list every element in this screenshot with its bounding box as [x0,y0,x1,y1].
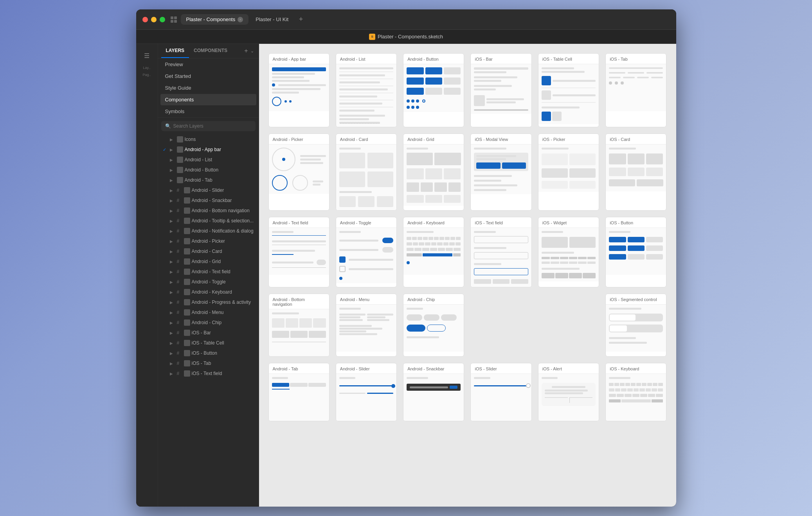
layer-item-list[interactable]: ▶ Android - List [158,155,259,165]
component-card-ios-modal[interactable]: iOS - Modal View [470,134,531,211]
close-button[interactable] [142,17,148,22]
component-card-ios-table[interactable]: iOS - Table Cell [538,53,599,127]
component-card-android-tab[interactable]: Android - Tab [268,363,329,421]
layer-item-ios-button[interactable]: ▶ # iOS - Button [158,348,259,358]
layer-item-toggle[interactable]: ▶ # Android - Toggle [158,277,259,287]
hamburger-menu-button[interactable]: ☰ [140,49,154,63]
layer-page-icon-tab [177,177,183,183]
tab-add-button[interactable]: + [295,14,306,25]
layer-page-icon-appbar [177,146,183,153]
window-title: S Plaster - Components.sketch [369,34,443,40]
tab-components[interactable]: Plaster - Components × [181,14,249,25]
layer-item-button[interactable]: ▶ Android - Button [158,165,259,175]
sidebar-add-button[interactable]: + ⌄ [243,44,255,58]
card-title-android-picker: Android - Picker [269,134,329,144]
tab-components-panel[interactable]: COMPONENTS [189,44,232,58]
component-card-android-toggle[interactable]: Android - Toggle [336,217,397,287]
layer-label-keyboard: Android - Keyboard [192,289,232,295]
card-preview-android-chip [403,305,464,352]
component-card-ios-bar[interactable]: iOS - Bar [470,53,531,127]
card-title-ios-slider: iOS - Slider [471,363,531,374]
icon-sidebar: ☰ Lay.. Pag.. [136,44,158,507]
component-card-ios-slider[interactable]: iOS - Slider [470,363,531,421]
card-preview-android-keyboard [403,228,464,275]
layer-item-textfield[interactable]: ▶ # Android - Text field [158,267,259,277]
component-card-android-chip[interactable]: Android - Chip [403,294,464,357]
layer-item-ios-table[interactable]: ▶ # iOS - Table Cell [158,338,259,348]
component-card-ios-widget[interactable]: iOS - Widget [538,217,599,287]
layer-item-tab[interactable]: ▶ Android - Tab [158,175,259,185]
nav-components[interactable]: Components [160,94,256,105]
card-title-ios-alert: iOS - Alert [538,363,599,374]
nav-symbols[interactable]: Symbols [160,106,256,117]
layer-item-keyboard[interactable]: ▶ # Android - Keyboard [158,287,259,297]
layer-item-ios-tab[interactable]: ▶ # iOS - Tab [158,358,259,368]
pages-icon-label: Pag.. [142,73,151,77]
card-title-ios-segmented: iOS - Segmented control [606,294,666,305]
layer-label-chip: Android - Chip [192,320,222,325]
layer-item-picker[interactable]: ▶ # Android - Picker [158,236,259,246]
layer-item-notification[interactable]: ▶ # Android - Notification & dialog [158,226,259,236]
empty-cell-r4c4 [470,294,531,357]
card-title-ios-keyboard: iOS - Keyboard [606,363,666,374]
canvas-area[interactable]: Android - App bar [259,44,676,507]
nav-preview-label: Preview [165,61,183,67]
layer-item-card[interactable]: ▶ # Android - Card [158,246,259,256]
component-card-ios-picker[interactable]: iOS - Picker [538,134,599,211]
component-card-ios-tab[interactable]: iOS - Tab [605,53,666,127]
card-title-android-toggle: Android - Toggle [336,217,396,228]
tab-ui-kit[interactable]: Plaster - UI Kit [250,14,294,25]
component-card-android-snackbar[interactable]: Android - Snackbar [403,363,464,421]
tab-close-components[interactable]: × [238,17,243,22]
component-card-android-menu[interactable]: Android - Menu [336,294,397,357]
component-card-ios-button[interactable]: iOS - Button [605,217,666,287]
component-card-android-list[interactable]: Android - List [336,53,397,127]
tab-bar: Plaster - Components × Plaster - UI Kit … [181,14,670,25]
component-card-android-keyboard[interactable]: Android - Keyboard [403,217,464,287]
component-card-android-bottom-nav[interactable]: Android - Bottom navigation [268,294,329,357]
layer-item-tooltip[interactable]: ▶ # Android - Tooltip & selection... [158,216,259,226]
card-title-android-grid: Android - Grid [403,134,464,144]
card-preview-ios-tab [606,64,666,111]
layer-item-icons[interactable]: ▶ Icons [158,134,259,144]
empty-cell-r4c5 [538,294,599,357]
component-card-ios-card[interactable]: iOS - Card [605,134,666,211]
component-card-android-button[interactable]: Android - Button [403,53,464,127]
layer-item-bottom-nav[interactable]: ▶ # Android - Bottom navigation [158,206,259,216]
search-input[interactable] [173,123,252,129]
nav-symbols-label: Symbols [165,108,185,114]
layer-item-snackbar[interactable]: ▶ # Android - Snackbar [158,195,259,206]
layer-label-ios-bar: iOS - Bar [192,330,211,336]
component-card-android-picker[interactable]: Android - Picker [268,134,329,211]
minimize-button[interactable] [151,17,157,22]
layer-item-ios-textfield[interactable]: ▶ # iOS - Text field [158,368,259,379]
layer-item-chip[interactable]: ▶ # Android - Chip [158,318,259,328]
layer-label-ios-textfield: iOS - Text field [192,371,222,376]
tab-layers[interactable]: LAYERS [161,44,189,58]
card-preview-android-grid [403,144,464,206]
component-card-ios-segmented[interactable]: iOS - Segmented control [605,294,666,357]
layer-item-grid[interactable]: ▶ # Android - Grid [158,256,259,267]
component-card-android-textfield[interactable]: Android - Text field [268,217,329,287]
card-title-android-button: Android - Button [403,54,464,64]
layer-item-slider[interactable]: ▶ # Android - Slider [158,185,259,195]
layer-item-ios-bar[interactable]: ▶ # iOS - Bar [158,328,259,338]
component-card-ios-alert[interactable]: iOS - Alert [538,363,599,421]
card-preview-ios-bar [471,64,531,114]
nav-style-guide[interactable]: Style Guide [160,82,256,94]
nav-preview[interactable]: Preview [160,59,256,70]
component-card-ios-textfield[interactable]: iOS - Text field [470,217,531,287]
component-card-android-appbar[interactable]: Android - App bar [268,53,329,127]
search-box[interactable]: 🔍 [161,121,256,131]
fullscreen-button[interactable] [160,17,165,22]
component-card-android-grid[interactable]: Android - Grid [403,134,464,211]
component-card-android-slider[interactable]: Android - Slider [336,363,397,421]
panel-sidebar: LAYERS COMPONENTS + ⌄ Preview Get Starte… [158,44,259,507]
layer-item-appbar[interactable]: ✓ ▶ Android - App bar [158,144,259,155]
layer-item-progress[interactable]: ▶ # Android - Progress & activity [158,297,259,307]
component-card-android-card[interactable]: Android - Card [336,134,397,211]
component-card-ios-keyboard[interactable]: iOS - Keyboard [605,363,666,421]
layer-page-icon-grid [184,258,190,265]
nav-get-started[interactable]: Get Started [160,70,256,82]
layer-item-menu[interactable]: ▶ # Android - Menu [158,307,259,318]
